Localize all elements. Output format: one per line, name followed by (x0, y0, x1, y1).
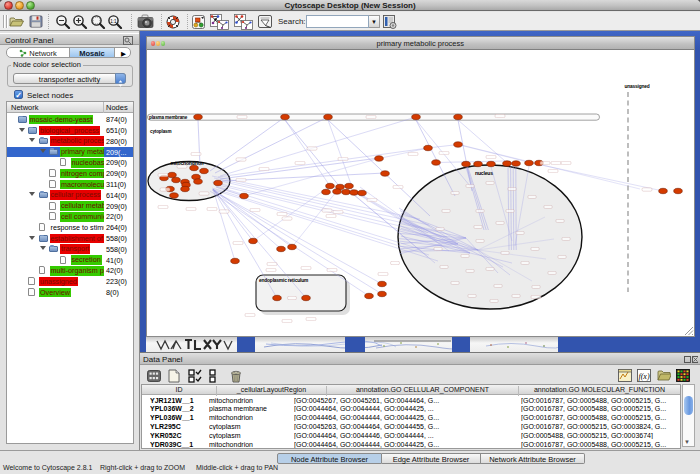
svg-text:cytoplasm: cytoplasm (150, 129, 171, 134)
svg-text:endoplasmic reticulum: endoplasmic reticulum (259, 278, 308, 283)
svg-text:plasma membrane: plasma membrane (149, 115, 188, 120)
svg-text:nucleus: nucleus (475, 170, 493, 176)
svg-text:mitochondrion: mitochondrion (170, 160, 203, 166)
svg-text:unassigned: unassigned (624, 84, 649, 89)
svg-text:f(x): f(x) (638, 372, 649, 381)
svg-text:1:1: 1:1 (110, 19, 117, 24)
